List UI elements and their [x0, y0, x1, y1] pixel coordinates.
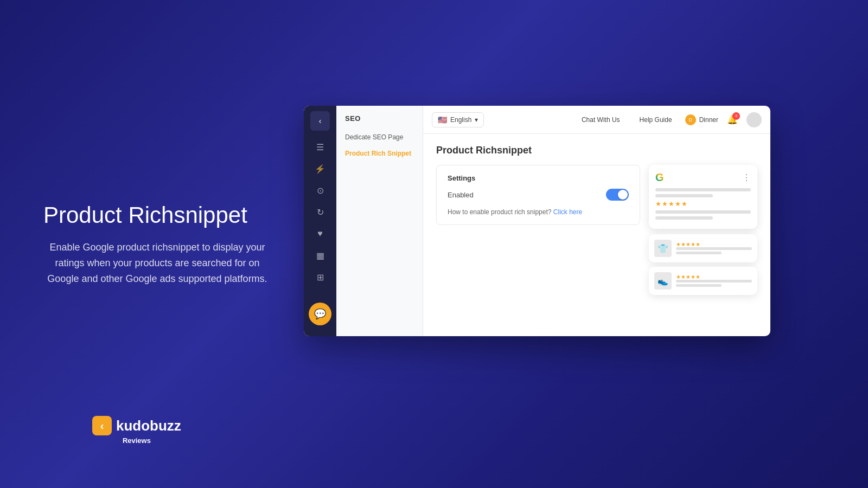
sidebar-icon-chart[interactable]: ▦ — [310, 246, 330, 265]
flag-icon: 🇺🇸 — [438, 115, 447, 124]
chevron-down-icon: ▾ — [475, 116, 478, 124]
logo-icon: ‹ — [92, 416, 112, 435]
shirt-lines — [676, 247, 752, 254]
user-icon: D — [685, 114, 696, 125]
settings-section: Settings Enabled How to enable product r… — [436, 165, 640, 225]
google-card-header: G ⋮ — [655, 171, 751, 184]
toggle-knob — [618, 190, 628, 200]
shirt-line-1 — [676, 247, 752, 250]
nav-item-product-rich-snippet[interactable]: Product Rich Snippet — [336, 145, 423, 162]
product-card-shirt: 👕 ★★★★★ — [649, 234, 757, 262]
help-text: How to enable product rich snippet? Clic… — [448, 208, 629, 216]
sidebar-icon-heart[interactable]: ♥ — [310, 224, 330, 243]
shoes-stars: ★★★★★ — [676, 274, 752, 280]
preview-column: G ⋮ ★★★★★ 👕 ★★★★★ — [649, 165, 757, 299]
user-menu-button[interactable]: D Dinner — [685, 114, 718, 125]
nav-panel-header: SEO — [336, 114, 423, 129]
settings-label: Settings — [448, 174, 629, 182]
sidebar-icon-refresh[interactable]: ↻ — [310, 202, 330, 222]
card-line-2 — [655, 194, 713, 197]
page-body: Product Richsnippet Settings Enabled How… — [423, 134, 770, 336]
chat-button[interactable]: 💬 — [309, 303, 331, 325]
card-line-4 — [655, 216, 713, 220]
chat-with-us-button[interactable]: Chat With Us — [575, 113, 627, 127]
logo-area: ‹ kudobuzz Reviews — [92, 416, 181, 445]
shirt-stars: ★★★★★ — [676, 241, 752, 247]
user-name-label: Dinner — [699, 116, 718, 124]
card-dots-icon: ⋮ — [742, 172, 751, 183]
product-card-shoes: 👟 ★★★★★ — [649, 267, 757, 295]
main-content: 🇺🇸 English ▾ Chat With Us Help Guide D D… — [423, 106, 770, 336]
product-info-shirt: ★★★★★ — [676, 241, 752, 256]
sidebar-collapse-button[interactable]: ‹ — [310, 111, 330, 131]
enabled-toggle[interactable] — [606, 189, 629, 201]
help-guide-button[interactable]: Help Guide — [633, 113, 679, 127]
google-preview-card: G ⋮ ★★★★★ — [649, 165, 757, 229]
card-line-1 — [655, 188, 751, 191]
left-description: Enable Google product richsnippet to dis… — [43, 240, 271, 286]
logo-brand-text: kudobuzz — [116, 418, 181, 434]
shoes-icon: 👟 — [654, 272, 672, 290]
enabled-label: Enabled — [448, 191, 474, 199]
topbar: 🇺🇸 English ▾ Chat With Us Help Guide D D… — [423, 106, 770, 134]
left-panel: Product Richsnippet Enable Google produc… — [43, 202, 271, 287]
sidebar-icon-grid[interactable]: ⊞ — [310, 267, 330, 287]
click-here-link[interactable]: Click here — [553, 208, 582, 216]
sidebar-icon-menu[interactable]: ☰ — [310, 137, 330, 157]
shirt-icon: 👕 — [654, 240, 672, 257]
app-window: ‹ ☰ ⚡ ⊙ ↻ ♥ ▦ ⊞ 💬 SEO Dedicate SEO Page … — [304, 106, 770, 336]
settings-column: Settings Enabled How to enable product r… — [436, 165, 640, 299]
sidebar-icon-search[interactable]: ⊙ — [310, 181, 330, 200]
sidebar: ‹ ☰ ⚡ ⊙ ↻ ♥ ▦ ⊞ 💬 — [304, 106, 336, 336]
user-avatar[interactable] — [746, 112, 762, 127]
card-line-3 — [655, 210, 751, 214]
left-heading: Product Richsnippet — [43, 202, 271, 229]
language-label: English — [450, 116, 471, 124]
google-g-icon: G — [655, 171, 664, 184]
product-info-shoes: ★★★★★ — [676, 274, 752, 288]
page-title: Product Richsnippet — [436, 145, 757, 156]
notification-badge: 3 — [732, 112, 740, 120]
nav-item-dedicate-seo[interactable]: Dedicate SEO Page — [336, 129, 423, 145]
enabled-setting-row: Enabled — [448, 189, 629, 201]
page-body-inner: Settings Enabled How to enable product r… — [436, 165, 757, 299]
shoes-lines — [676, 280, 752, 287]
shirt-line-2 — [676, 252, 722, 254]
shoes-line-2 — [676, 284, 722, 287]
stars-rating: ★★★★★ — [655, 200, 751, 208]
logo-subtitle: Reviews — [123, 436, 151, 445]
logo-row: ‹ kudobuzz — [92, 416, 181, 435]
shoes-line-1 — [676, 280, 752, 282]
sidebar-icon-flash[interactable]: ⚡ — [310, 159, 330, 178]
language-selector[interactable]: 🇺🇸 English ▾ — [432, 112, 484, 127]
notification-button[interactable]: 🔔 3 — [725, 112, 740, 127]
nav-panel: SEO Dedicate SEO Page Product Rich Snipp… — [336, 106, 423, 336]
